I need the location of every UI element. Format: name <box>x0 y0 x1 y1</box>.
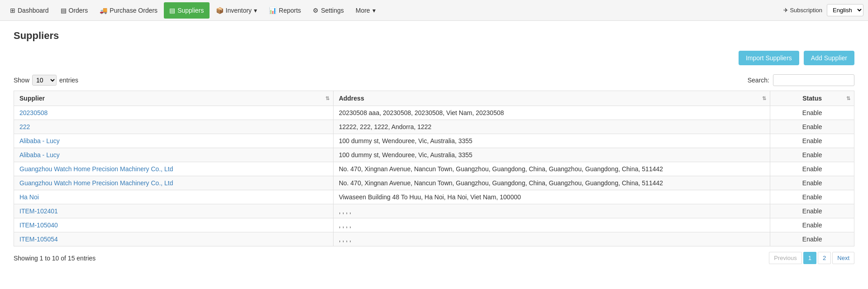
table-body: 2023050820230508 aaa, 20230508, 20230508… <box>14 106 854 246</box>
supplier-link[interactable]: Guangzhou Watch Home Precision Machinery… <box>19 165 173 173</box>
nav-item-reports[interactable]: 📊 Reports <box>263 2 306 19</box>
supplier-link[interactable]: 20230508 <box>19 109 48 116</box>
table-row: ITEM-102401, , , ,Enable <box>14 204 854 218</box>
cell-supplier: Alibaba - Lucy <box>14 134 334 148</box>
col-status-label: Status <box>802 95 822 102</box>
cell-status: Enable <box>770 218 854 232</box>
table-row: ITEM-105040, , , ,Enable <box>14 218 854 232</box>
pagination-info: Showing 1 to 10 of 15 entries <box>14 255 95 262</box>
table-row: Alibaba - Lucy100 dummy st, Wendouree, V… <box>14 148 854 162</box>
cell-address: , , , , <box>333 218 770 232</box>
table-header: Supplier ⇅ Address ⇅ Status ⇅ <box>14 91 854 106</box>
inventory-dropdown-icon: ▾ <box>254 7 257 14</box>
cell-address: , , , , <box>333 232 770 246</box>
table-row: Ha NoiViwaseen Building 48 To Huu, Ha No… <box>14 190 854 204</box>
col-supplier[interactable]: Supplier ⇅ <box>14 91 334 106</box>
pagination-row: Showing 1 to 10 of 15 entries Previous 1… <box>14 252 854 264</box>
page-1-button[interactable]: 1 <box>803 252 816 264</box>
dashboard-icon: ⊞ <box>10 7 15 14</box>
cell-status: Enable <box>770 106 854 120</box>
cell-address: 100 dummy st, Wendouree, Vic, Australia,… <box>333 148 770 162</box>
nav-item-suppliers[interactable]: ▤ Suppliers <box>164 2 209 19</box>
import-suppliers-button[interactable]: Import Suppliers <box>739 51 799 65</box>
entries-select[interactable]: 10 25 50 100 <box>32 75 57 86</box>
cell-address: 20230508 aaa, 20230508, 20230508, Viet N… <box>333 106 770 120</box>
nav-label-purchase-orders: Purchase Orders <box>110 7 157 14</box>
language-select[interactable]: English <box>827 4 863 16</box>
cell-address: No. 470, Xingnan Avenue, Nancun Town, Gu… <box>333 162 770 176</box>
subscription-icon: ✈ <box>783 7 788 14</box>
nav-item-purchase-orders[interactable]: 🚚 Purchase Orders <box>94 2 163 19</box>
page-content: Suppliers Import Suppliers Add Supplier … <box>0 21 868 273</box>
pagination-controls: Previous 1 2 Next <box>769 252 854 264</box>
entries-label: entries <box>59 77 78 84</box>
table-controls: Show 10 25 50 100 entries Search: <box>14 74 854 86</box>
show-label: Show <box>14 77 29 84</box>
page-2-button[interactable]: 2 <box>818 252 831 264</box>
sort-icon-supplier: ⇅ <box>325 96 329 101</box>
nav-right: ✈ Subscription English <box>783 4 863 16</box>
cell-address: 100 dummy st, Wendouree, Vic, Australia,… <box>333 134 770 148</box>
sort-icon-address: ⇅ <box>762 96 766 101</box>
cell-supplier: Guangzhou Watch Home Precision Machinery… <box>14 162 334 176</box>
cell-supplier: Guangzhou Watch Home Precision Machinery… <box>14 176 334 190</box>
supplier-link[interactable]: 222 <box>19 123 30 130</box>
cell-supplier: Alibaba - Lucy <box>14 148 334 162</box>
supplier-link[interactable]: ITEM-102401 <box>19 207 58 215</box>
add-supplier-button[interactable]: Add Supplier <box>804 51 854 65</box>
search-box: Search: <box>748 74 854 86</box>
nav-label-orders: Orders <box>69 7 88 14</box>
supplier-link[interactable]: ITEM-105040 <box>19 222 58 229</box>
nav-item-dashboard[interactable]: ⊞ Dashboard <box>5 2 54 19</box>
suppliers-icon: ▤ <box>169 7 175 14</box>
supplier-link[interactable]: Ha Noi <box>19 193 39 201</box>
cell-supplier: 20230508 <box>14 106 334 120</box>
suppliers-table: Supplier ⇅ Address ⇅ Status ⇅ 2023050820… <box>14 91 854 246</box>
cell-supplier: ITEM-102401 <box>14 204 334 218</box>
col-address-label: Address <box>339 95 364 102</box>
inventory-icon: 📦 <box>216 7 224 14</box>
table-row: 2023050820230508 aaa, 20230508, 20230508… <box>14 106 854 120</box>
table-row: Guangzhou Watch Home Precision Machinery… <box>14 176 854 190</box>
cell-supplier: 222 <box>14 120 334 134</box>
cell-status: Enable <box>770 148 854 162</box>
orders-icon: ▤ <box>61 7 67 14</box>
subscription-label: Subscription <box>790 7 822 14</box>
cell-status: Enable <box>770 120 854 134</box>
nav-left: ⊞ Dashboard ▤ Orders 🚚 Purchase Orders ▤… <box>5 2 381 19</box>
table-row: ITEM-105054, , , ,Enable <box>14 232 854 246</box>
sort-icon-status: ⇅ <box>846 96 850 101</box>
search-input[interactable] <box>773 74 854 86</box>
nav-item-orders[interactable]: ▤ Orders <box>55 2 94 19</box>
supplier-link[interactable]: Guangzhou Watch Home Precision Machinery… <box>19 179 173 187</box>
cell-status: Enable <box>770 190 854 204</box>
table-row: Guangzhou Watch Home Precision Machinery… <box>14 162 854 176</box>
supplier-link[interactable]: Alibaba - Lucy <box>19 137 60 144</box>
next-button[interactable]: Next <box>832 252 854 264</box>
col-supplier-label: Supplier <box>19 95 45 102</box>
show-entries: Show 10 25 50 100 entries <box>14 75 78 86</box>
cell-status: Enable <box>770 134 854 148</box>
previous-button[interactable]: Previous <box>769 252 802 264</box>
table-row: Alibaba - Lucy100 dummy st, Wendouree, V… <box>14 134 854 148</box>
nav-label-more: More <box>356 7 370 14</box>
nav-label-dashboard: Dashboard <box>18 7 49 14</box>
supplier-link[interactable]: ITEM-105054 <box>19 236 58 243</box>
nav-item-settings[interactable]: ⚙ Settings <box>307 2 349 19</box>
cell-address: , , , , <box>333 204 770 218</box>
nav-label-suppliers: Suppliers <box>177 7 204 14</box>
page-title: Suppliers <box>14 30 854 42</box>
nav-item-inventory[interactable]: 📦 Inventory ▾ <box>210 2 263 19</box>
col-address[interactable]: Address ⇅ <box>333 91 770 106</box>
supplier-link[interactable]: Alibaba - Lucy <box>19 151 60 159</box>
subscription-link[interactable]: ✈ Subscription <box>783 7 822 14</box>
cell-status: Enable <box>770 232 854 246</box>
cell-supplier: ITEM-105040 <box>14 218 334 232</box>
cell-status: Enable <box>770 204 854 218</box>
col-status[interactable]: Status ⇅ <box>770 91 854 106</box>
toolbar: Import Suppliers Add Supplier <box>14 51 854 65</box>
cell-supplier: ITEM-105054 <box>14 232 334 246</box>
nav-item-more[interactable]: More ▾ <box>350 2 381 19</box>
cell-supplier: Ha Noi <box>14 190 334 204</box>
cell-status: Enable <box>770 162 854 176</box>
